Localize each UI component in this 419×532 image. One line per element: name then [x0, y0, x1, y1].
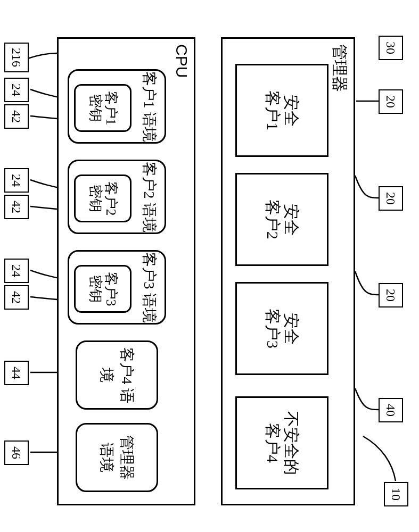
context-4-ref: 44 — [4, 361, 29, 385]
context-3: 客户3 语境 客户3 密钥 — [68, 250, 166, 325]
context-2: 客户2 语境 客户2 密钥 — [68, 160, 166, 234]
client-3-label: 安全 客户3 — [264, 309, 300, 348]
context-1-ctx-ref: 42 — [4, 104, 29, 129]
context-1-label: 客户1 语境 — [139, 71, 159, 142]
context-2-ctx-ref-text: 42 — [10, 201, 24, 213]
context-2-key-ref-text: 24 — [10, 174, 24, 187]
manager-context: 管理器 语境 — [76, 423, 158, 492]
client-2-label: 安全 客户2 — [264, 200, 300, 239]
context-2-ctx-ref: 42 — [4, 195, 29, 219]
context-3-label: 客户3 语境 — [139, 252, 159, 323]
cpu-ref: 216 — [4, 43, 29, 72]
manager-ref: 30 — [379, 36, 403, 60]
manager-ref-text: 30 — [384, 41, 398, 54]
client-2: 安全 客户2 — [235, 173, 328, 266]
client-2-ref-text: 20 — [384, 192, 398, 205]
cpu-ref-text: 216 — [10, 48, 24, 67]
client-4-ref: 40 — [379, 398, 403, 422]
client-2-ref: 20 — [379, 186, 403, 211]
manager-context-label: 管理器 语境 — [97, 435, 137, 480]
client-4: 不安全的 客户4 — [235, 396, 328, 489]
context-2-key-ref: 24 — [4, 168, 29, 193]
context-4-label: 客户4 语境 — [97, 342, 137, 408]
client-1-ref-text: 20 — [384, 95, 398, 108]
client-1-label: 安全 客户1 — [264, 90, 300, 130]
client-1-ref: 20 — [379, 89, 403, 114]
client-3-ref-text: 20 — [384, 289, 398, 302]
client-3-ref: 20 — [379, 283, 403, 307]
ref-10-text: 10 — [389, 488, 404, 501]
context-1: 客户1 语境 客户1 密钥 — [68, 69, 166, 144]
ref-10: 10 — [384, 482, 408, 506]
client-3: 安全 客户3 — [235, 282, 328, 375]
client-4-ref-text: 40 — [384, 404, 398, 417]
manager-context-ref: 46 — [4, 440, 29, 465]
context-2-label: 客户2 语境 — [139, 161, 159, 232]
client-4-label: 不安全的 客户4 — [264, 411, 300, 475]
manager-context-ref-text: 46 — [10, 446, 24, 459]
manager-label: 管理器 — [328, 44, 350, 92]
context-2-key: 客户2 密钥 — [74, 174, 132, 222]
context-2-key-label: 客户2 密钥 — [87, 181, 118, 216]
context-3-key-ref: 24 — [4, 259, 29, 283]
context-3-ctx-ref: 42 — [4, 285, 29, 310]
context-4: 客户4 语境 — [76, 340, 158, 410]
context-1-key-ref-text: 24 — [10, 84, 24, 96]
context-4-ref-text: 44 — [10, 367, 24, 379]
context-1-ctx-ref-text: 42 — [10, 110, 24, 123]
client-1: 安全 客户1 — [235, 64, 328, 157]
context-3-key-ref-text: 24 — [10, 264, 24, 277]
context-1-key-label: 客户1 密钥 — [87, 91, 118, 126]
context-3-ctx-ref-text: 42 — [10, 291, 24, 304]
cpu-label: CPU — [172, 44, 191, 78]
context-3-key: 客户3 密钥 — [74, 265, 132, 313]
context-1-key: 客户1 密钥 — [74, 84, 132, 132]
context-3-key-label: 客户3 密钥 — [87, 272, 118, 306]
context-1-key-ref: 24 — [4, 78, 29, 102]
